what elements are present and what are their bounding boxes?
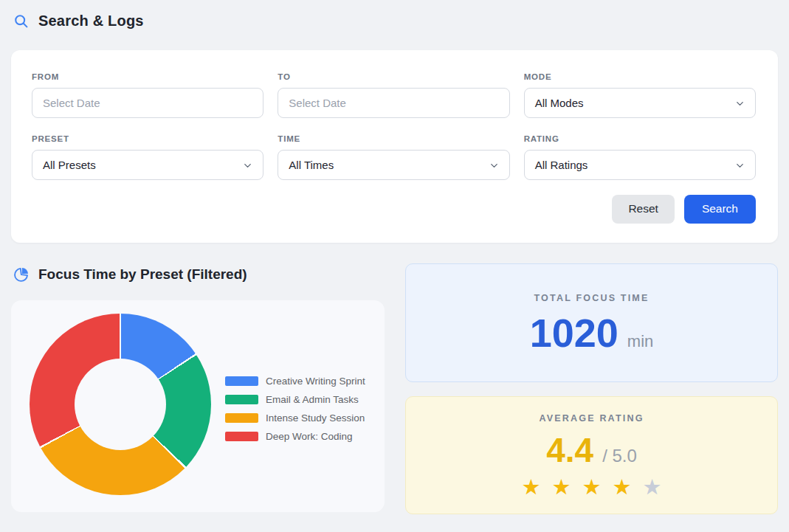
chevron-down-icon xyxy=(489,160,500,171)
mode-label: MODE xyxy=(524,72,756,81)
legend-label: Email & Admin Tasks xyxy=(266,394,359,405)
total-focus-time-card: TOTAL FOCUS TIME 1020 min xyxy=(405,263,778,382)
total-focus-time-value-row: 1020 min xyxy=(530,313,654,353)
filter-panel: FROM TO MODE All Modes PRESET All Preset… xyxy=(11,50,778,243)
star-icon: ★ xyxy=(582,477,602,498)
legend-label: Intense Study Session xyxy=(266,412,365,424)
average-rating-value-row: 4.4 / 5.0 xyxy=(546,433,637,467)
average-rating-max: / 5.0 xyxy=(602,446,637,466)
field-rating: RATING All Ratings xyxy=(524,134,756,180)
search-icon xyxy=(13,13,29,29)
chevron-down-icon xyxy=(734,98,745,109)
page-header: Search & Logs xyxy=(0,0,789,41)
mode-select[interactable]: All Modes xyxy=(524,88,756,118)
donut-chart-panel: Creative Writing Sprint Email & Admin Ta… xyxy=(11,300,385,512)
legend-item[interactable]: Deep Work: Coding xyxy=(225,427,365,446)
average-rating-card: AVERAGE RATING 4.4 / 5.0 ★★★★★ xyxy=(405,396,778,514)
field-time: TIME All Times xyxy=(278,134,509,180)
chevron-down-icon xyxy=(242,160,253,171)
legend-swatch xyxy=(225,432,258,441)
legend-swatch xyxy=(225,413,258,423)
section-title: Focus Time by Preset (Filtered) xyxy=(38,266,247,283)
from-label: FROM xyxy=(32,72,263,81)
main-content: Focus Time by Preset (Filtered) Creative… xyxy=(11,260,778,514)
preset-label: PRESET xyxy=(32,134,263,143)
pie-chart-icon xyxy=(13,266,30,283)
total-focus-time-unit: min xyxy=(627,332,653,351)
stats-column: TOTAL FOCUS TIME 1020 min AVERAGE RATING… xyxy=(405,263,778,514)
field-to: TO xyxy=(278,72,509,118)
legend-item[interactable]: Intense Study Session xyxy=(225,409,365,427)
legend-label: Creative Writing Sprint xyxy=(266,376,365,387)
to-date-input[interactable] xyxy=(278,88,509,118)
time-select[interactable]: All Times xyxy=(278,150,509,180)
chevron-down-icon xyxy=(734,160,745,171)
legend-item[interactable]: Creative Writing Sprint xyxy=(225,372,365,390)
from-date-input[interactable] xyxy=(32,88,263,118)
donut-chart xyxy=(30,314,211,495)
page-title: Search & Logs xyxy=(38,13,144,30)
preset-select[interactable]: All Presets xyxy=(32,150,263,180)
mode-select-value: All Modes xyxy=(535,97,584,109)
average-rating-label: AVERAGE RATING xyxy=(539,413,644,424)
legend-swatch xyxy=(225,376,258,386)
rating-label: RATING xyxy=(524,134,756,143)
star-icon: ★ xyxy=(552,477,571,498)
legend-item[interactable]: Email & Admin Tasks xyxy=(225,390,365,409)
field-mode: MODE All Modes xyxy=(524,72,756,118)
average-rating-value: 4.4 xyxy=(546,433,593,467)
preset-select-value: All Presets xyxy=(43,159,96,171)
star-icon: ★ xyxy=(643,477,662,498)
star-icon: ★ xyxy=(522,477,541,498)
page: Search & Logs FROM TO MODE All Modes PRE… xyxy=(0,0,789,532)
time-label: TIME xyxy=(278,134,509,143)
star-rating: ★★★★★ xyxy=(522,477,662,498)
chart-column: Focus Time by Preset (Filtered) Creative… xyxy=(11,260,385,514)
chart-legend: Creative Writing Sprint Email & Admin Ta… xyxy=(225,372,365,446)
total-focus-time-label: TOTAL FOCUS TIME xyxy=(534,293,649,303)
time-select-value: All Times xyxy=(289,159,334,171)
legend-label: Deep Work: Coding xyxy=(266,431,353,442)
to-label: TO xyxy=(278,72,509,81)
legend-swatch xyxy=(225,395,258,404)
reset-button[interactable]: Reset xyxy=(612,195,675,224)
field-from: FROM xyxy=(32,72,263,118)
rating-select[interactable]: All Ratings xyxy=(524,150,756,180)
donut-hole xyxy=(75,359,166,450)
section-header: Focus Time by Preset (Filtered) xyxy=(11,260,385,289)
filter-actions: Reset Search xyxy=(32,195,756,224)
search-button[interactable]: Search xyxy=(684,195,756,224)
rating-select-value: All Ratings xyxy=(535,159,588,171)
total-focus-time-value: 1020 xyxy=(530,313,619,353)
field-preset: PRESET All Presets xyxy=(32,134,263,180)
star-icon: ★ xyxy=(613,477,632,498)
